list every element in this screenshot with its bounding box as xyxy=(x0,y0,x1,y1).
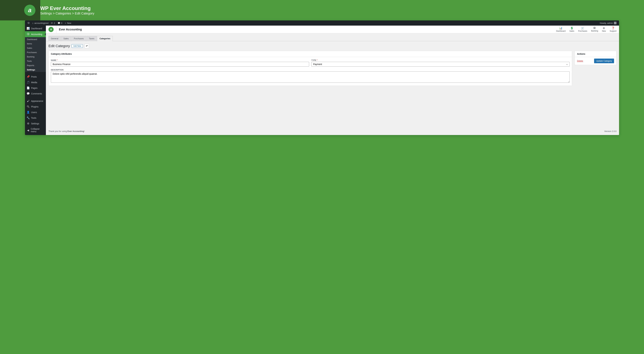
submenu-reports[interactable]: Reports xyxy=(25,63,46,68)
menu-posts[interactable]: 📌Posts xyxy=(25,74,46,79)
menu-accounting[interactable]: ⓐAccounting xyxy=(25,31,46,37)
submenu-dashboard[interactable]: Dashboard xyxy=(25,37,46,41)
collapse-menu[interactable]: ◀Collapse menu xyxy=(25,126,46,134)
submenu-tools[interactable]: Tools xyxy=(25,59,46,63)
menu-tools-label: Tools xyxy=(31,117,36,119)
ea-nav-new[interactable]: ⊕New xyxy=(602,26,606,32)
description-textarea[interactable]: Dolore optio nihil perferendis aliquid q… xyxy=(51,71,570,83)
cart-icon: 🛒 xyxy=(581,26,584,30)
menu-users-label: Users xyxy=(31,111,37,114)
menu-tools[interactable]: 🔧Tools xyxy=(25,115,46,121)
sliders-icon: ⚙ xyxy=(26,122,30,125)
menu-media-label: Media xyxy=(31,81,37,84)
description-label: DESCRIPTION xyxy=(51,69,570,71)
app-logo: a xyxy=(24,5,36,16)
type-select[interactable]: Payment xyxy=(311,62,570,67)
menu-users[interactable]: 👤Users xyxy=(25,109,46,115)
ea-logo: a xyxy=(48,27,54,32)
ea-nav-new-label: New xyxy=(602,30,606,32)
menu-pages-label: Pages xyxy=(31,87,38,89)
update-category-button[interactable]: Update Category xyxy=(594,58,614,63)
name-label: NAME * xyxy=(51,59,309,61)
menu-media[interactable]: 🎵Media xyxy=(25,79,46,85)
accounting-icon: ⓐ xyxy=(26,32,30,36)
wp-logo-menu[interactable]: ⓦ xyxy=(26,20,31,25)
new-content-menu[interactable]: +New xyxy=(64,20,72,25)
ea-nav-purchases[interactable]: 🛒Purchases xyxy=(578,26,587,32)
comments-menu[interactable]: 💬0 xyxy=(56,20,64,25)
panel-title: Category Attributes xyxy=(48,51,572,57)
wrench-icon: 🔧 xyxy=(26,116,30,119)
menu-appearance-label: Appearance xyxy=(31,100,43,102)
ea-nav-support-label: Support xyxy=(610,30,616,32)
updates-menu[interactable]: ⟳2 xyxy=(50,20,56,25)
accounting-submenu: Dashboard Items Sales Purchases Banking … xyxy=(25,37,46,72)
submenu-sales[interactable]: Sales xyxy=(25,46,46,50)
footer-thanks: Thank you for using Ever Accounting! xyxy=(48,130,84,132)
tab-general[interactable]: General xyxy=(48,36,61,41)
media-icon: 🎵 xyxy=(26,81,30,84)
plug-icon: 🔌 xyxy=(26,105,30,108)
ea-nav-dashboard-label: Dashboard xyxy=(556,30,566,32)
howdy-text: Howdy, admin xyxy=(600,22,613,24)
settings-tabs: General Sales Purchases Taxes Categories xyxy=(46,33,619,41)
site-name-menu[interactable]: ⌂accountingnext xyxy=(31,20,50,25)
dollar-icon: 💲 xyxy=(570,26,574,30)
help-icon: ❓ xyxy=(612,26,615,30)
undo-icon: ↶ xyxy=(86,44,88,48)
menu-accounting-label: Accounting xyxy=(31,33,42,35)
submenu-items[interactable]: Items xyxy=(25,41,46,46)
submenu-banking[interactable]: Banking xyxy=(25,54,46,59)
bank-icon: 🏛 xyxy=(593,26,596,29)
menu-comments[interactable]: 💬Comments xyxy=(25,91,46,96)
footer: Thank you for using Ever Accounting! Ver… xyxy=(46,127,619,135)
tab-purchases[interactable]: Purchases xyxy=(72,36,86,41)
wordpress-icon: ⓦ xyxy=(28,21,30,24)
menu-settings[interactable]: ⚙Settings xyxy=(25,121,46,126)
plus-circle-icon: ⊕ xyxy=(603,26,605,30)
comments-icon: 💬 xyxy=(26,92,30,95)
name-input[interactable] xyxy=(51,62,309,67)
ea-nav-dashboard[interactable]: 📊Dashboard xyxy=(556,26,566,32)
collapse-icon: ◀ xyxy=(26,129,30,132)
ea-nav-banking[interactable]: 🏛Banking xyxy=(591,26,598,32)
add-new-button[interactable]: Add New xyxy=(72,44,83,48)
tab-taxes[interactable]: Taxes xyxy=(86,36,97,41)
page-title: Edit Category xyxy=(48,44,70,48)
wp-admin-bar: ⓦ ⌂accountingnext ⟳2 💬0 +New Howdy, admi… xyxy=(25,20,619,25)
wp-admin-sidebar: 📊Dashboard ⓐAccounting Dashboard Items S… xyxy=(25,25,46,135)
ea-nav-sales[interactable]: 💲Sales xyxy=(570,26,574,32)
updates-count: 2 xyxy=(54,22,55,24)
avatar xyxy=(614,22,616,24)
user-icon: 👤 xyxy=(26,111,30,114)
ea-nav-banking-label: Banking xyxy=(591,30,598,32)
tab-sales[interactable]: Sales xyxy=(61,36,71,41)
app-title: WP Ever Accounting xyxy=(40,5,94,11)
my-account-menu[interactable]: Howdy, admin xyxy=(598,20,618,25)
menu-appearance[interactable]: 🖌Appearance xyxy=(25,98,46,104)
site-name-label: accountingnext xyxy=(34,22,48,24)
menu-dashboard[interactable]: 📊Dashboard xyxy=(25,25,46,31)
menu-posts-label: Posts xyxy=(31,75,37,78)
ea-nav-sales-label: Sales xyxy=(570,30,574,32)
home-icon: ⌂ xyxy=(32,22,34,24)
menu-pages[interactable]: 📄Pages xyxy=(25,85,46,91)
back-button[interactable]: ↶ xyxy=(84,44,89,48)
delete-link[interactable]: Delete xyxy=(577,60,583,62)
ea-title: Ever Accounting xyxy=(56,25,82,33)
ea-nav-purchases-label: Purchases xyxy=(578,30,587,32)
submenu-settings[interactable]: Settings xyxy=(25,68,46,72)
submenu-purchases[interactable]: Purchases xyxy=(25,50,46,54)
ea-nav-support[interactable]: ❓Support xyxy=(610,26,616,32)
menu-plugins[interactable]: 🔌Plugins xyxy=(25,104,46,109)
gauge-icon: 📊 xyxy=(559,26,562,30)
pin-icon: 📌 xyxy=(26,75,30,78)
comments-count: 0 xyxy=(61,22,62,24)
comment-icon: 💬 xyxy=(58,22,60,24)
actions-title: Actions xyxy=(575,51,616,57)
tab-categories[interactable]: Categories xyxy=(97,36,113,41)
category-attributes-panel: Category Attributes NAME * TYPE * xyxy=(48,51,572,86)
menu-dashboard-label: Dashboard xyxy=(31,27,42,30)
breadcrumb: Settings > Categories > Edit Category xyxy=(40,11,94,15)
menu-plugins-label: Plugins xyxy=(31,105,38,108)
